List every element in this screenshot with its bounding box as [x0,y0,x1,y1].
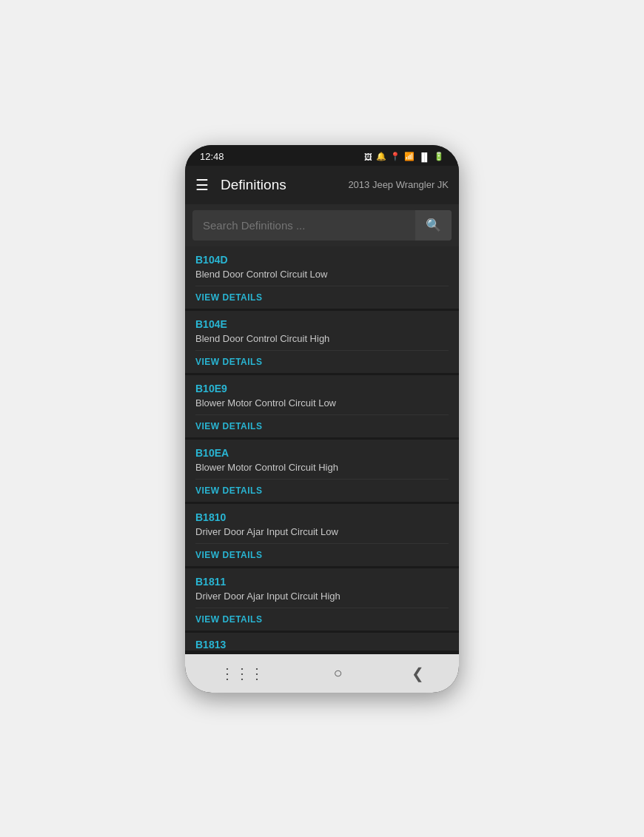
view-details-button[interactable]: VIEW DETAILS [195,544,449,566]
phone-container: 12:48 🖼 🔔 📍 📶 ▐▌ 🔋 ☰ Definitions 2013 Je… [185,145,459,693]
status-time: 12:48 [200,151,224,162]
def-description: Blower Motor Control Circuit Low [195,397,449,409]
back-button[interactable]: ❮ [394,659,442,688]
def-code: B104D [195,254,449,266]
view-details-button[interactable]: VIEW DETAILS [195,351,449,373]
search-bar: 🔍 [185,204,459,246]
def-description: Blower Motor Control Circuit High [195,462,449,473]
page-title: Definitions [221,177,348,193]
home-button[interactable]: ○ [315,659,360,688]
home-icon: ○ [333,665,342,681]
back-icon: ❮ [412,665,424,682]
search-button[interactable]: 🔍 [415,210,452,241]
vehicle-subtitle: 2013 Jeep Wrangler JK [348,179,449,190]
search-icon: 🔍 [426,218,441,232]
definition-item: B10E9Blower Motor Control Circuit LowVIE… [185,375,459,437]
definition-item-partial: B1813 [185,633,459,651]
notification-icon: 🔔 [376,152,386,161]
def-code: B10EA [195,447,449,459]
view-details-button[interactable]: VIEW DETAILS [195,286,449,309]
camera-icon: 🖼 [364,152,372,161]
def-code: B104E [195,318,449,330]
definition-item: B1811Driver Door Ajar Input Circuit High… [185,568,459,631]
status-icons: 🖼 🔔 📍 📶 ▐▌ 🔋 [364,152,444,161]
def-description: Blend Door Control Circuit Low [195,269,449,280]
definitions-list: B104DBlend Door Control Circuit LowVIEW … [185,246,459,654]
def-description: Blend Door Control Circuit High [195,333,449,344]
definition-item: B10EABlower Motor Control Circuit HighVI… [185,440,459,502]
status-bar: 12:48 🖼 🔔 📍 📶 ▐▌ 🔋 [185,145,459,166]
def-description: Driver Door Ajar Input Circuit Low [195,526,449,537]
recent-apps-button[interactable]: ⋮⋮⋮ [202,659,282,688]
bottom-nav: ⋮⋮⋮ ○ ❮ [185,654,459,693]
signal-icon: ▐▌ [418,152,430,161]
definition-item: B104DBlend Door Control Circuit LowVIEW … [185,246,459,309]
def-code: B1810 [195,511,449,523]
view-details-button[interactable]: VIEW DETAILS [195,480,449,502]
search-input[interactable] [192,212,415,239]
def-code: B1811 [195,576,449,588]
view-details-button[interactable]: VIEW DETAILS [195,415,449,437]
def-code: B10E9 [195,383,449,394]
definition-item: B104EBlend Door Control Circuit HighVIEW… [185,311,459,373]
nav-bar: ☰ Definitions 2013 Jeep Wrangler JK [185,166,459,204]
hamburger-menu-icon[interactable]: ☰ [195,176,209,194]
def-code-partial: B1813 [195,639,449,651]
location-icon: 📍 [390,152,400,161]
recent-apps-icon: ⋮⋮⋮ [220,665,264,682]
battery-icon: 🔋 [434,152,444,161]
search-inner: 🔍 [192,210,452,241]
wifi-icon: 📶 [404,152,415,161]
view-details-button[interactable]: VIEW DETAILS [195,608,449,631]
definition-item: B1810Driver Door Ajar Input Circuit LowV… [185,504,459,566]
def-description: Driver Door Ajar Input Circuit High [195,591,449,602]
